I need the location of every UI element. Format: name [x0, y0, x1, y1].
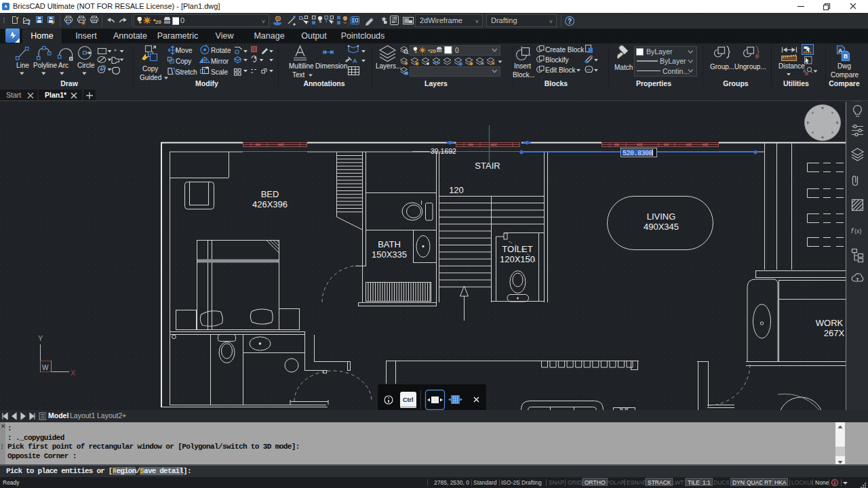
svg-text:*20: *20	[428, 48, 437, 54]
svg-text:490X345: 490X345	[644, 222, 679, 232]
svg-text:(x): (x)	[854, 228, 862, 235]
svg-text:TOILET: TOILET	[502, 244, 532, 254]
svg-text:Group...: Group...	[710, 63, 734, 70]
svg-text:Arc: Arc	[58, 62, 68, 69]
svg-text:Dwg: Dwg	[837, 62, 851, 70]
svg-text:Contin...: Contin...	[663, 67, 689, 75]
svg-text:WORK: WORK	[816, 318, 844, 328]
svg-text:Layers...: Layers...	[376, 62, 401, 70]
svg-text:Mirror: Mirror	[211, 58, 229, 65]
svg-text:Distance: Distance	[778, 62, 805, 70]
svg-text:ByLayer: ByLayer	[660, 57, 686, 65]
svg-text:Line: Line	[16, 62, 29, 69]
svg-text:Blockify: Blockify	[545, 56, 568, 64]
svg-text:Stretch: Stretch	[176, 68, 197, 76]
svg-text:520.8308: 520.8308	[623, 150, 653, 157]
svg-text:X: X	[71, 369, 76, 377]
svg-text:Text: Text	[292, 71, 305, 79]
svg-text:267X: 267X	[824, 328, 845, 338]
svg-text:Rotate: Rotate	[211, 47, 231, 54]
svg-text:LIVING: LIVING	[647, 211, 676, 222]
svg-text:120X150: 120X150	[500, 254, 535, 264]
svg-text:Polyline: Polyline	[33, 62, 57, 69]
svg-text:Block...: Block...	[513, 71, 535, 79]
svg-text:Compare: Compare	[831, 71, 859, 79]
svg-text:A: A	[353, 58, 357, 64]
svg-text:0: 0	[455, 47, 459, 54]
svg-text:39.1692: 39.1692	[431, 147, 456, 155]
svg-text:426X396: 426X396	[252, 199, 288, 209]
svg-text:?: ?	[568, 18, 572, 25]
svg-text:BATH: BATH	[378, 239, 401, 249]
svg-text:Create Block: Create Block	[545, 46, 585, 54]
svg-text:Match: Match	[614, 64, 633, 71]
svg-text:Move: Move	[176, 47, 193, 54]
svg-text:Y: Y	[38, 334, 43, 342]
svg-text:B: B	[844, 53, 848, 60]
svg-text:Circle: Circle	[77, 62, 95, 69]
svg-text:Copy: Copy	[142, 65, 158, 73]
svg-text:BED: BED	[261, 189, 279, 199]
svg-text:Insert: Insert	[514, 62, 531, 70]
svg-text:Scale: Scale	[211, 68, 228, 76]
svg-text:ByLayer: ByLayer	[646, 47, 673, 56]
svg-text:Dimension: Dimension	[315, 62, 347, 70]
svg-text:Edit Block: Edit Block	[545, 66, 576, 74]
svg-text:Multiline: Multiline	[289, 62, 314, 70]
svg-text:f: f	[851, 226, 854, 235]
svg-text:120: 120	[449, 185, 464, 195]
svg-text:Copy: Copy	[176, 58, 191, 65]
svg-text:20: 20	[155, 19, 161, 25]
svg-text:W: W	[42, 364, 49, 371]
svg-text:Guided: Guided	[140, 74, 161, 81]
svg-text:Ungroup...: Ungroup...	[734, 63, 766, 70]
svg-text:STAIR: STAIR	[475, 161, 500, 171]
svg-text:150X335: 150X335	[372, 249, 407, 260]
svg-text:Ctrl: Ctrl	[403, 396, 414, 403]
